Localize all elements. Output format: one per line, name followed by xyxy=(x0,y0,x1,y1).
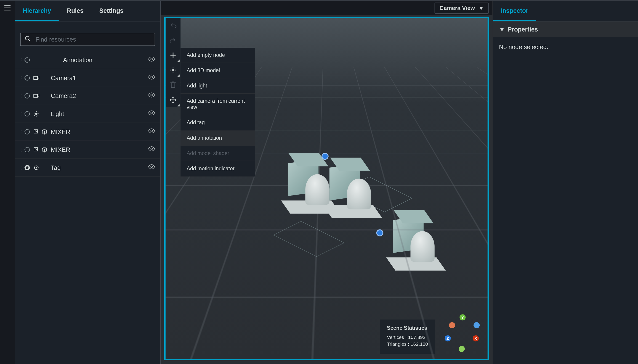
hierarchy-row[interactable]: ⋮⋮MIXER xyxy=(15,141,160,159)
left-panel: Hierarchy Rules Settings ⋮⋮Annotation⋮⋮C… xyxy=(15,1,161,364)
scene-statistics: Scene Statistics Vertices : 107,892 Tria… xyxy=(380,320,435,354)
search-input[interactable] xyxy=(20,33,155,46)
svg-point-14 xyxy=(151,166,152,168)
select-radio[interactable] xyxy=(25,75,30,80)
collapse-right-icon[interactable] xyxy=(487,184,489,193)
drag-handle-icon[interactable]: ⋮⋮ xyxy=(19,111,21,117)
add-annotation[interactable]: Add annotation xyxy=(181,130,255,146)
svg-point-6 xyxy=(35,112,38,115)
node-label: MIXER xyxy=(51,128,144,136)
add-3d-model[interactable]: Add 3D model xyxy=(181,63,255,78)
visibility-toggle-icon[interactable] xyxy=(148,56,155,64)
svg-point-0 xyxy=(25,36,29,40)
svg-point-3 xyxy=(151,76,152,78)
visibility-toggle-icon[interactable] xyxy=(148,110,155,118)
visibility-toggle-icon[interactable] xyxy=(148,74,155,82)
drag-handle-icon[interactable]: ⋮⋮ xyxy=(19,57,21,63)
add-menu: Add empty node Add 3D model Add light Ad… xyxy=(181,48,255,176)
axis-gizmo[interactable]: Y X Z xyxy=(443,314,482,354)
camera-icon xyxy=(33,75,47,81)
svg-point-9 xyxy=(151,130,152,132)
properties-header[interactable]: ▼ Properties xyxy=(493,22,638,37)
hierarchy-row[interactable]: ⋮⋮Annotation xyxy=(15,51,160,69)
svg-point-7 xyxy=(151,112,152,114)
svg-rect-4 xyxy=(34,94,38,97)
select-radio[interactable] xyxy=(25,57,30,62)
drag-handle-icon[interactable]: ⋮⋮ xyxy=(19,93,21,99)
hamburger-menu-icon[interactable] xyxy=(4,4,11,364)
search-icon xyxy=(25,36,31,44)
select-radio[interactable] xyxy=(25,93,30,98)
select-radio[interactable] xyxy=(25,129,30,134)
svg-point-1 xyxy=(151,58,152,60)
properties-body: No node selected. xyxy=(493,37,638,56)
move-button[interactable] xyxy=(166,92,181,107)
model-icon xyxy=(33,146,47,153)
stats-title: Scene Statistics xyxy=(387,325,428,331)
add-light[interactable]: Add light xyxy=(181,78,255,94)
drag-handle-icon[interactable]: ⋮⋮ xyxy=(19,146,21,153)
svg-rect-2 xyxy=(34,76,38,80)
viewport-panel: Camera View ▼ Add empty node Add 3D mode… xyxy=(161,1,492,364)
hierarchy-row[interactable]: ⋮⋮MIXER xyxy=(15,123,160,141)
tab-hierarchy[interactable]: Hierarchy xyxy=(15,1,59,21)
undo-button[interactable] xyxy=(166,18,181,33)
node-label: Tag xyxy=(51,164,144,171)
drag-handle-icon[interactable]: ⋮⋮ xyxy=(19,75,21,81)
hierarchy-row[interactable]: ⋮⋮Light xyxy=(15,105,160,123)
svg-point-13 xyxy=(36,167,37,168)
hierarchy-row[interactable]: ⋮⋮Camera2 xyxy=(15,87,160,105)
svg-point-11 xyxy=(151,148,152,150)
delete-button[interactable] xyxy=(166,78,181,92)
axis-x[interactable]: X xyxy=(472,335,479,342)
transform-button[interactable] xyxy=(166,62,181,78)
light-icon xyxy=(33,111,47,117)
model-icon xyxy=(33,129,47,135)
visibility-toggle-icon[interactable] xyxy=(148,163,155,172)
svg-point-5 xyxy=(151,94,152,96)
node-label: Annotation xyxy=(63,56,145,64)
node-label: MIXER xyxy=(51,146,144,153)
mixer-model[interactable] xyxy=(393,218,441,279)
right-panel: Inspector ▼ Properties No node selected. xyxy=(492,1,638,364)
tag-icon xyxy=(33,165,47,171)
select-radio[interactable] xyxy=(25,111,30,116)
visibility-toggle-icon[interactable] xyxy=(148,92,155,100)
add-camera[interactable]: Add camera from current view xyxy=(181,94,255,115)
add-empty-node[interactable]: Add empty node xyxy=(181,48,255,63)
camera-view-dropdown[interactable]: Camera View ▼ xyxy=(435,2,489,14)
drag-handle-icon[interactable]: ⋮⋮ xyxy=(19,129,21,135)
visibility-toggle-icon[interactable] xyxy=(148,128,155,136)
node-label: Camera2 xyxy=(51,92,144,99)
add-button[interactable] xyxy=(166,48,181,62)
select-radio[interactable] xyxy=(25,165,30,170)
tab-rules[interactable]: Rules xyxy=(59,1,91,21)
add-model-shader[interactable]: Add model shader xyxy=(181,146,255,161)
select-radio[interactable] xyxy=(25,147,30,152)
caret-down-icon: ▼ xyxy=(499,26,505,33)
redo-button[interactable] xyxy=(166,33,181,48)
node-label: Light xyxy=(51,110,144,118)
hierarchy-row[interactable]: ⋮⋮Camera1 xyxy=(15,69,160,87)
mixer-model[interactable] xyxy=(330,166,378,227)
tab-settings[interactable]: Settings xyxy=(91,1,131,21)
axis-z[interactable]: Z xyxy=(445,335,451,342)
visibility-toggle-icon[interactable] xyxy=(148,145,155,154)
add-tag[interactable]: Add tag xyxy=(181,115,255,130)
node-label: Camera1 xyxy=(51,74,144,82)
svg-point-15 xyxy=(172,69,174,71)
hierarchy-row[interactable]: ⋮⋮Tag xyxy=(15,159,160,177)
tab-inspector[interactable]: Inspector xyxy=(493,1,536,21)
collapse-left-icon[interactable] xyxy=(164,184,167,193)
camera-icon xyxy=(33,93,47,99)
axis-y[interactable]: Y xyxy=(459,314,466,320)
caret-down-icon: ▼ xyxy=(478,4,484,11)
camera-view-label: Camera View xyxy=(440,4,475,11)
3d-viewport[interactable]: Add empty node Add 3D model Add light Ad… xyxy=(164,17,489,360)
add-motion-indicator[interactable]: Add motion indicator xyxy=(181,161,255,176)
drag-handle-icon[interactable]: ⋮⋮ xyxy=(19,165,21,171)
